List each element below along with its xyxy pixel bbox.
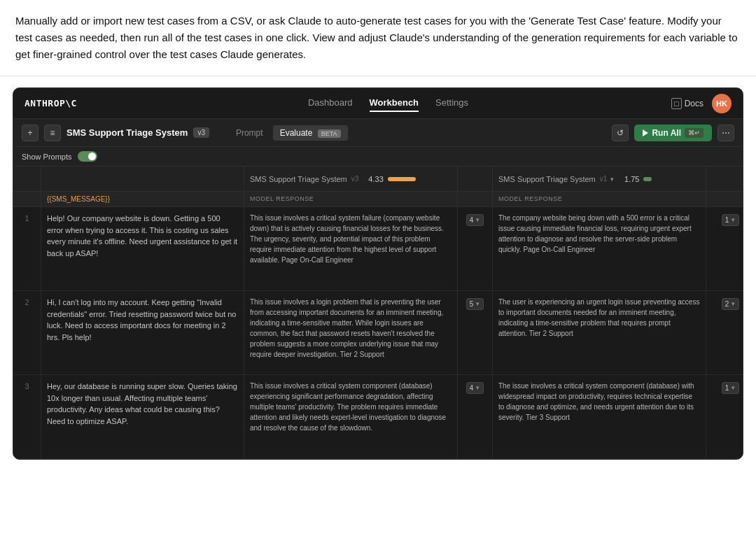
docs-link[interactable]: □ Docs (671, 98, 704, 109)
row-number: 3 (13, 375, 41, 458)
right-score-bar (643, 177, 652, 181)
avatar: HK (712, 94, 732, 113)
left-score-dropdown-arrow: ▼ (475, 301, 480, 307)
col-header-right: SMS Support Triage System v1 ▼ 1.75 (493, 167, 706, 191)
right-score-value: 1 (725, 384, 729, 392)
left-score-selector[interactable]: 4 ▼ (466, 214, 484, 226)
column-headers: SMS Support Triage System v3 4.33 SMS Su… (13, 167, 743, 192)
col-header-left-score (458, 167, 493, 191)
toolbar-left: + ≡ SMS Support Triage System v3 Prompt … (22, 125, 606, 141)
left-score-dropdown-arrow: ▼ (475, 217, 480, 223)
right-score-selector[interactable]: 1 ▼ (722, 382, 739, 394)
table-row: 3 Hey, our database is running super slo… (13, 375, 743, 459)
row-left-response: This issue involves a critical system co… (244, 375, 458, 458)
field-input-name: {{SMS_MESSAGE}} (41, 192, 244, 206)
data-rows-container: 1 Help! Our company website is down. Get… (13, 207, 743, 459)
right-score-dropdown-arrow: ▼ (730, 217, 736, 223)
nav-settings[interactable]: Settings (435, 94, 468, 112)
tab-evaluate[interactable]: Evaluate BETA (273, 125, 348, 141)
docs-label: Docs (685, 99, 704, 108)
row-input-text: Hey, our database is running super slow.… (41, 375, 244, 458)
table-row: 1 Help! Our company website is down. Get… (13, 207, 743, 291)
toolbar-right: ↺ Run All ⌘↵ ⋯ (612, 125, 734, 141)
right-score-dropdown-arrow: ▼ (730, 301, 736, 307)
intro-text: Manually add or import new test cases fr… (15, 15, 738, 60)
intro-section: Manually add or import new test cases fr… (0, 0, 756, 76)
left-score-value: 5 (470, 300, 474, 308)
left-score-bar (388, 177, 416, 181)
history-button[interactable]: ↺ (612, 125, 629, 141)
project-name: SMS Support Triage System (66, 127, 188, 138)
right-score-dropdown-arrow: ▼ (730, 385, 736, 391)
version-badge: v3 (193, 127, 209, 138)
right-score-value: 1 (725, 216, 729, 224)
nav-right: □ Docs HK (671, 94, 732, 113)
row-right-response: The user is experiencing an urgent login… (493, 291, 706, 374)
shortcut-badge: ⌘↵ (685, 128, 704, 138)
left-score-selector[interactable]: 5 ▼ (466, 298, 484, 310)
left-score: 4.33 (368, 175, 383, 183)
nav-workbench[interactable]: Workbench (370, 94, 419, 112)
row-input-text: Help! Our company website is down. Getti… (41, 207, 244, 290)
nav-links: Dashboard Workbench Settings (308, 94, 468, 112)
row-left-score: 4 ▼ (458, 375, 493, 458)
row-left-response: This issue involves a critical system fa… (244, 207, 458, 290)
left-system-name: SMS Support Triage System (250, 175, 347, 183)
right-score-selector[interactable]: 1 ▼ (722, 214, 739, 226)
show-prompts-bar: Show Prompts (13, 147, 743, 167)
docs-icon: □ (671, 98, 682, 109)
right-system-name: SMS Support Triage System (498, 175, 596, 183)
col-header-input (41, 167, 244, 191)
field-left-score-head (458, 192, 493, 206)
field-right-model: MODEL RESPONSE (493, 192, 706, 206)
play-icon (643, 129, 648, 136)
row-right-response: The company website being down with a 50… (493, 207, 706, 290)
table-row: 2 Hi, I can't log into my account. Keep … (13, 291, 743, 375)
left-score-value: 4 (470, 216, 474, 224)
tab-prompt[interactable]: Prompt (229, 125, 270, 141)
row-right-score: 1 ▼ (706, 207, 743, 290)
show-prompts-toggle[interactable] (78, 151, 97, 162)
field-headers: {{SMS_MESSAGE}} MODEL RESPONSE MODEL RES… (13, 192, 743, 207)
col-header-right-score (706, 167, 743, 191)
row-left-response: This issue involves a login problem that… (244, 291, 458, 374)
col-header-left: SMS Support Triage System v3 4.33 (244, 167, 458, 191)
right-score: 1.75 (624, 175, 639, 183)
top-nav: ANTHROP\C Dashboard Workbench Settings □… (13, 88, 743, 119)
col-header-empty-1 (13, 167, 41, 191)
toolbar: + ≡ SMS Support Triage System v3 Prompt … (13, 119, 743, 147)
row-number: 2 (13, 291, 41, 374)
row-right-score: 1 ▼ (706, 375, 743, 458)
left-score-value: 4 (470, 384, 474, 392)
field-empty (13, 192, 41, 206)
list-button[interactable]: ≡ (44, 125, 61, 141)
field-right-score-head (706, 192, 743, 206)
run-all-label: Run All (652, 128, 681, 138)
row-left-score: 5 ▼ (458, 291, 493, 374)
left-score-selector[interactable]: 4 ▼ (466, 382, 484, 394)
row-left-score: 4 ▼ (458, 207, 493, 290)
left-score-dropdown-arrow: ▼ (475, 385, 480, 391)
row-right-score: 2 ▼ (706, 291, 743, 374)
run-all-button[interactable]: Run All ⌘↵ (634, 125, 712, 141)
add-button[interactable]: + (22, 125, 38, 141)
app-container: ANTHROP\C Dashboard Workbench Settings □… (13, 87, 743, 460)
field-left-model: MODEL RESPONSE (244, 192, 458, 206)
more-options-button[interactable]: ⋯ (718, 125, 734, 141)
logo: ANTHROP\C (24, 98, 77, 108)
left-version: v3 (351, 175, 359, 183)
toolbar-tabs: Prompt Evaluate BETA (229, 125, 348, 141)
row-right-response: The issue involves a critical system com… (493, 375, 706, 458)
beta-badge: BETA (318, 129, 341, 138)
show-prompts-label: Show Prompts (22, 153, 72, 161)
version-dropdown-arrow: ▼ (609, 176, 615, 183)
row-number: 1 (13, 207, 41, 290)
row-input-text: Hi, I can't log into my account. Keep ge… (41, 291, 244, 374)
right-score-selector[interactable]: 2 ▼ (722, 298, 739, 310)
right-score-value: 2 (725, 300, 729, 308)
nav-dashboard[interactable]: Dashboard (308, 94, 353, 112)
right-version-dropdown[interactable]: v1 ▼ (600, 175, 615, 183)
